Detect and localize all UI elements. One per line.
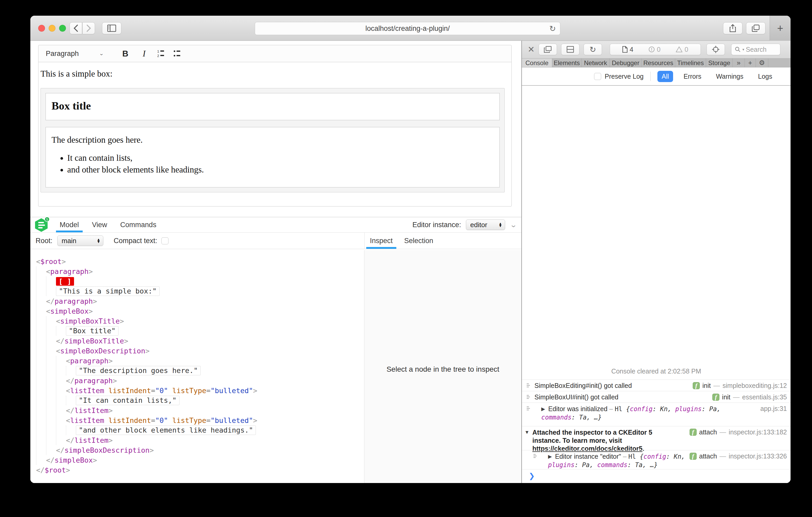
reload-icon[interactable]: ↻ bbox=[549, 24, 556, 33]
share-button[interactable] bbox=[723, 22, 743, 34]
forward-button[interactable] bbox=[82, 22, 95, 34]
console-row[interactable]: ▼Attached the inspector to a CKEditor 5 … bbox=[522, 426, 790, 450]
italic-button[interactable]: I bbox=[138, 48, 150, 59]
sidebar-toggle-button[interactable] bbox=[102, 22, 121, 34]
preserve-log-checkbox[interactable] bbox=[594, 73, 601, 80]
dock-side-button[interactable] bbox=[539, 44, 557, 55]
description-paragraph[interactable]: The description goes here. bbox=[52, 135, 494, 145]
source-location-link[interactable]: inspector.js:133:326 bbox=[729, 452, 787, 460]
tree-node[interactable]: </simpleBoxDescription> bbox=[36, 445, 364, 455]
scope-errors[interactable]: Errors bbox=[679, 71, 705, 82]
disclosure-caret-collapsed[interactable]: ▶ bbox=[541, 406, 545, 412]
devtools-tab-storage[interactable]: Storage bbox=[706, 59, 733, 67]
close-devtools-icon[interactable]: ✕ bbox=[528, 44, 535, 54]
console-prompt-row[interactable]: ❯ bbox=[522, 469, 790, 483]
tab-view[interactable]: View bbox=[92, 217, 107, 232]
tree-node[interactable]: </simpleBoxTitle> bbox=[36, 336, 364, 346]
tree-node[interactable]: </paragraph> bbox=[36, 296, 364, 306]
tree-node[interactable]: [ ] bbox=[36, 276, 364, 286]
list-item[interactable]: It can contain lists, bbox=[67, 153, 494, 163]
warning-count[interactable]: 0 bbox=[676, 46, 688, 53]
disclosure-caret-collapsed[interactable]: ▶ bbox=[548, 454, 552, 459]
collapse-inspector-icon[interactable]: ⌄ bbox=[510, 221, 517, 229]
tree-node[interactable]: "It can contain lists," bbox=[36, 395, 364, 405]
tree-node[interactable]: <simpleBox> bbox=[36, 306, 364, 316]
tab-inspect[interactable]: Inspect bbox=[370, 233, 393, 249]
tree-node[interactable]: </listItem> bbox=[36, 405, 364, 415]
devtools-tab-elements[interactable]: Elements bbox=[552, 59, 582, 67]
settings-gear-icon[interactable]: ⚙ bbox=[756, 59, 768, 67]
tree-node[interactable]: "The description goes here." bbox=[36, 366, 364, 375]
text-node[interactable]: "and other block elements like headings.… bbox=[76, 426, 256, 435]
back-button[interactable] bbox=[69, 22, 82, 34]
scope-logs[interactable]: Logs bbox=[754, 71, 776, 82]
console-row[interactable]: ▶Editor was initialized – Hl {config: Kn… bbox=[522, 402, 790, 426]
list-item[interactable]: and other block elements like headings. bbox=[67, 165, 494, 175]
tree-node[interactable]: </listItem> bbox=[36, 435, 364, 445]
bold-button[interactable]: B bbox=[120, 48, 131, 59]
console-row[interactable]: SimpleBoxEditing#init() got calledfinit—… bbox=[522, 379, 790, 391]
tree-node[interactable]: <$root> bbox=[36, 256, 364, 266]
simplebox-title-area[interactable]: Box title bbox=[46, 93, 500, 120]
source-location-link[interactable]: simpleboxediting.js:12 bbox=[723, 382, 787, 390]
tree-node[interactable]: "This is a simple box:" bbox=[36, 286, 364, 296]
close-window-button[interactable] bbox=[38, 25, 45, 32]
simplebox-description-area[interactable]: The description goes here. It can contai… bbox=[46, 127, 500, 187]
reload-page-button[interactable]: ↻ bbox=[584, 44, 602, 55]
scope-warnings[interactable]: Warnings bbox=[712, 71, 748, 82]
console-row[interactable]: ▶Editor instance "editor" – Hl {config: … bbox=[522, 450, 790, 469]
numbered-list-button[interactable]: 12 bbox=[156, 48, 168, 59]
devtools-tab-network[interactable]: Network bbox=[582, 59, 610, 67]
devtools-tab-timelines[interactable]: Timelines bbox=[675, 59, 706, 67]
source-location-link[interactable]: inspector.js:133:182 bbox=[729, 428, 787, 436]
editor-instance-select[interactable]: editor ▲▼ bbox=[466, 219, 505, 230]
devtools-tab-console[interactable]: Console bbox=[522, 59, 552, 67]
source-location-link[interactable]: app.js:31 bbox=[760, 405, 787, 413]
element-picker-button[interactable] bbox=[706, 44, 725, 55]
new-tab-button[interactable]: + bbox=[770, 16, 790, 41]
source-location-link[interactable]: essentials.js:35 bbox=[742, 393, 787, 401]
tab-commands[interactable]: Commands bbox=[120, 217, 156, 232]
heading-dropdown[interactable]: Paragraph ⌄ bbox=[42, 50, 109, 58]
tree-node[interactable]: <simpleBoxDescription> bbox=[36, 346, 364, 356]
tree-node[interactable]: "and other block elements like headings.… bbox=[36, 425, 364, 435]
tree-node[interactable]: <simpleBoxTitle> bbox=[36, 316, 364, 326]
preserve-log-control[interactable]: Preserve Log bbox=[594, 73, 644, 80]
console-row[interactable]: SimpleBoxUI#init() got calledfinit—essen… bbox=[522, 391, 790, 402]
add-tab-button[interactable]: + bbox=[745, 59, 756, 67]
tree-node[interactable]: </paragraph> bbox=[36, 375, 364, 386]
disclosure-caret-expanded[interactable]: ▼ bbox=[524, 429, 529, 435]
text-node[interactable]: "It can contain lists," bbox=[76, 396, 179, 405]
devtools-tab-debugger[interactable]: Debugger bbox=[610, 59, 642, 67]
tree-node[interactable]: <listItem listIndent="0" listType="bulle… bbox=[36, 386, 364, 395]
tree-node[interactable]: </$root> bbox=[36, 465, 364, 475]
tree-node[interactable]: <listItem listIndent="0" listType="bulle… bbox=[36, 415, 364, 425]
scope-all[interactable]: All bbox=[658, 71, 673, 82]
more-tabs-button[interactable]: » bbox=[733, 59, 745, 67]
dock-bottom-button[interactable] bbox=[561, 44, 579, 55]
tag-name: simpleBoxDescription bbox=[65, 446, 150, 454]
tree-node[interactable]: <paragraph> bbox=[36, 266, 364, 276]
tab-overview-button[interactable] bbox=[746, 22, 765, 34]
tab-model[interactable]: Model bbox=[60, 217, 79, 232]
tree-node[interactable]: "Box title" bbox=[36, 326, 364, 336]
compact-text-checkbox[interactable] bbox=[162, 237, 169, 244]
root-select[interactable]: main ▲▼ bbox=[57, 236, 103, 246]
page-resource-count[interactable]: 4 bbox=[622, 46, 633, 53]
simplebox-widget[interactable]: Box title The description goes here. It … bbox=[40, 88, 504, 192]
tree-node[interactable]: </simpleBox> bbox=[36, 455, 364, 465]
text-node[interactable]: "Box title" bbox=[66, 326, 118, 336]
zoom-window-button[interactable] bbox=[59, 25, 66, 32]
error-count[interactable]: 0 bbox=[648, 46, 661, 53]
tree-node[interactable]: <paragraph> bbox=[36, 356, 364, 366]
bulleted-list-button[interactable] bbox=[172, 48, 184, 59]
minimize-window-button[interactable] bbox=[49, 25, 55, 32]
address-bar[interactable]: localhost/creating-a-plugin/ ↻ bbox=[255, 22, 560, 35]
editor-content[interactable]: This is a simple box: Box title The desc… bbox=[38, 62, 512, 207]
devtools-search-field[interactable]: ▾ Search bbox=[731, 44, 780, 55]
text-node[interactable]: "The description goes here." bbox=[76, 366, 201, 375]
intro-paragraph[interactable]: This is a simple box: bbox=[40, 69, 509, 79]
tab-selection[interactable]: Selection bbox=[404, 233, 433, 249]
text-node[interactable]: "This is a simple box:" bbox=[56, 286, 160, 296]
devtools-tab-resources[interactable]: Resources bbox=[642, 59, 675, 67]
